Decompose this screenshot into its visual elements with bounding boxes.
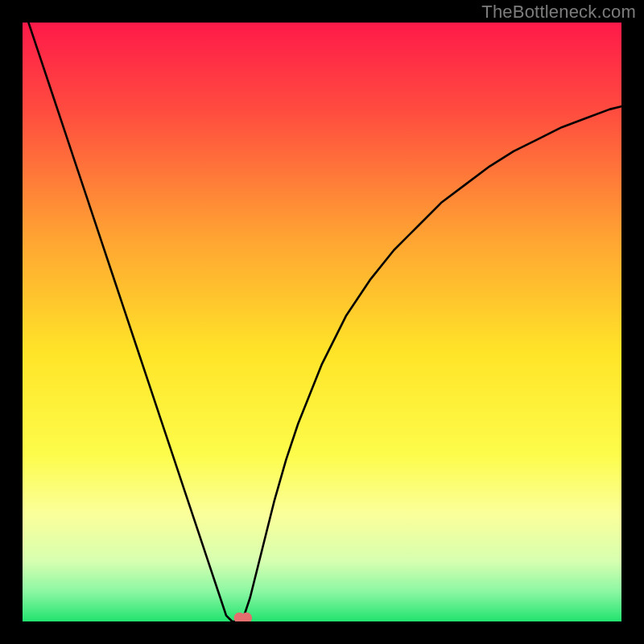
chart-frame: TheBottleneck.com [0,0,644,644]
markers-group [234,613,253,621]
plot-area [23,23,621,621]
chart-svg [23,23,621,621]
chart-background [23,23,621,621]
watermark-text: TheBottleneck.com [481,2,636,23]
